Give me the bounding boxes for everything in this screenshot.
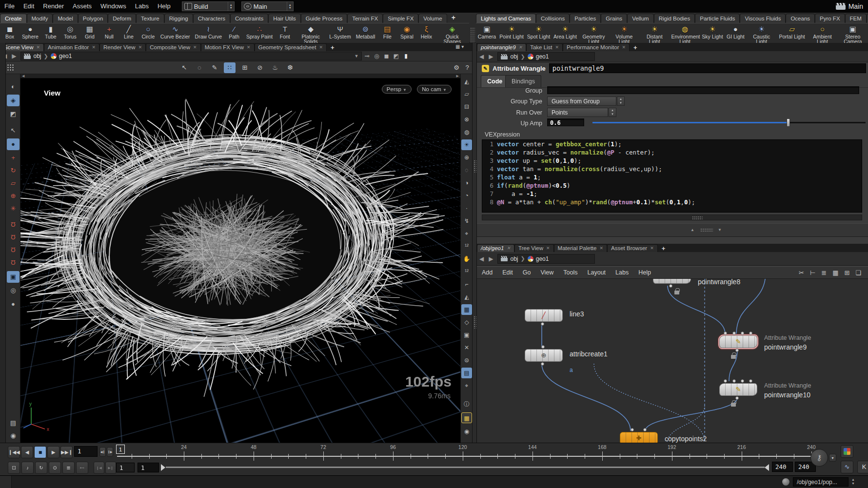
shelf-tab-vellum[interactable]: Vellum: [627, 14, 654, 23]
display-options-icon[interactable]: ⚙: [451, 62, 462, 73]
net-forward-icon[interactable]: ▶: [486, 255, 495, 262]
close-tab-icon[interactable]: ✕: [92, 45, 96, 50]
shelf-tool-draw-curve[interactable]: ≀Draw Curve: [193, 24, 224, 39]
show-handles-icon[interactable]: ∷: [224, 62, 236, 73]
params-back-icon[interactable]: ◀: [477, 53, 486, 60]
params-forward-icon[interactable]: ▶: [486, 53, 495, 60]
shade-box-icon[interactable]: ◩: [7, 108, 20, 120]
shelf-tool-l-system[interactable]: ΨL-System: [327, 24, 353, 39]
key-options-dropdown[interactable]: ▼: [829, 454, 836, 462]
context-path-field[interactable]: /obj/geo1/pop...: [793, 477, 848, 487]
range-end-field[interactable]: 240: [772, 462, 793, 472]
node-input-dot[interactable]: [749, 379, 752, 383]
shelf-tab-terrain-fx[interactable]: Terrain FX: [347, 14, 383, 23]
net-list-icon[interactable]: ≣: [818, 269, 829, 276]
no-select-icon[interactable]: ⊗: [461, 114, 472, 125]
netmenu-add[interactable]: Add: [477, 269, 497, 276]
shelf-tool-path[interactable]: ⁄Path: [224, 24, 244, 39]
code-line-4[interactable]: 4vector tan = normalize(cross(radius_vec…: [482, 165, 862, 173]
key-k-button[interactable]: K: [857, 461, 868, 473]
view-ring-icon[interactable]: ◎: [7, 285, 20, 296]
pane-tab--obj-geo1[interactable]: /obj/geo1✕: [477, 244, 514, 252]
scale-tool-icon[interactable]: ▱: [7, 177, 20, 189]
close-tab-icon[interactable]: ✕: [319, 45, 323, 50]
code-line-3[interactable]: 3vector up = set(0,1,0);: [482, 156, 862, 165]
code-line-7[interactable]: 7 a = -1;: [482, 190, 862, 198]
pane-tab-asset-browser[interactable]: Asset Browser✕: [607, 244, 658, 252]
net-layoutgrid-icon[interactable]: ⊞: [841, 269, 852, 276]
shelf-tool-sky-light[interactable]: ☀Sky Light: [700, 24, 725, 39]
render-sphere-icon[interactable]: ●: [7, 298, 20, 310]
checkered-bg-icon[interactable]: ▦: [461, 304, 472, 315]
shelf-tab-create[interactable]: Create: [0, 14, 27, 23]
radial-menu-grid-icon[interactable]: [5, 62, 17, 73]
range-start-field-2[interactable]: 1: [138, 463, 159, 472]
close-tab-icon[interactable]: ✕: [650, 246, 654, 251]
menu-assets[interactable]: Assets: [68, 0, 96, 13]
close-tab-icon[interactable]: ✕: [519, 45, 523, 50]
vex-code-editor[interactable]: 1vector center = getbbox_center(1);2vect…: [482, 139, 862, 213]
snowflake-settings-icon[interactable]: ❆: [284, 62, 296, 73]
shade-open-icon[interactable]: ◐: [7, 81, 20, 93]
pane-tab-geometry-spreadsheet[interactable]: Geometry Spreadsheet✕: [255, 43, 327, 51]
code-line-5[interactable]: 5float a = 1;: [482, 173, 862, 181]
lighting-icon[interactable]: ☀: [461, 139, 472, 150]
breadcrumb-node[interactable]: geo1: [59, 53, 72, 59]
range-slider-left-handle[interactable]: [161, 464, 165, 471]
hand-icon[interactable]: ✋: [461, 254, 472, 264]
hook-icon[interactable]: ↯: [461, 215, 472, 226]
shelf-tool-metaball[interactable]: ⊚Metaball: [354, 24, 378, 39]
netmenu-view[interactable]: View: [535, 269, 558, 276]
splitter-down-icon[interactable]: ▼: [718, 228, 722, 232]
netmenu-labs[interactable]: Labs: [611, 269, 633, 276]
build-spinner[interactable]: ▲▼: [228, 2, 234, 11]
snap-grid-icon[interactable]: Ω: [7, 218, 20, 230]
shelf-tool-file[interactable]: ▤File: [377, 24, 397, 39]
pane-splitter-row[interactable]: ▲ ▼: [477, 223, 868, 237]
prim-numbers-icon[interactable]: ¹²: [461, 266, 472, 277]
group-type-dropdown[interactable]: Guess from Group: [547, 97, 616, 106]
run-over-spinner[interactable]: ▲▼: [609, 108, 616, 117]
display-info-icon[interactable]: ◍: [461, 127, 472, 137]
scene-viewport[interactable]: ◀▶ View Persp ▼ No cam ▼ 102fps 9.76ms y…: [20, 74, 460, 443]
rotate-tool-icon[interactable]: ↻: [7, 165, 20, 176]
shelf-tab-guide-process[interactable]: Guide Process: [301, 14, 347, 23]
node-input-dot[interactable]: [741, 379, 744, 383]
clock-toggle[interactable]: ⊙: [49, 462, 61, 474]
code-hscrollbar[interactable]: [482, 215, 862, 220]
pane-edge-strip[interactable]: [0, 43, 6, 443]
help-icon[interactable]: ?: [461, 62, 473, 73]
no-entry-icon[interactable]: ⊘: [254, 62, 266, 73]
close-tab-icon[interactable]: ✕: [546, 246, 550, 251]
close-tab-icon[interactable]: ✕: [138, 45, 142, 50]
info-circle-icon[interactable]: ⓘ: [461, 399, 472, 410]
point-numbers-icon[interactable]: ¹²: [461, 241, 472, 252]
shelf-tool-environment-light[interactable]: ◍Environment Light: [670, 24, 700, 43]
shelf-tool-tube[interactable]: ▮Tube: [41, 24, 60, 39]
shelf-tool-distant-light[interactable]: ☀Distant Light: [639, 24, 670, 43]
splitter-up-icon[interactable]: ▲: [690, 228, 694, 232]
pin-pane-icon[interactable]: ⊸: [362, 53, 372, 59]
add-pane-tab[interactable]: +: [658, 245, 670, 252]
shelf-tab-fem[interactable]: FEM: [845, 14, 867, 23]
shelf-tool-caustic-light[interactable]: ☀Caustic Light: [747, 24, 777, 43]
node-input-dot[interactable]: [749, 332, 752, 335]
white-panel-icon[interactable]: ▮: [401, 53, 411, 59]
pane-tab-render-view[interactable]: Render View✕: [99, 43, 146, 51]
node-output-dot[interactable]: [735, 349, 739, 352]
range-start-field[interactable]: 1: [116, 463, 135, 472]
main-radial-combo[interactable]: Main ▲▼: [241, 1, 294, 11]
secure-selection-lock-icon[interactable]: ●: [7, 138, 20, 150]
loop-toggle[interactable]: ↻: [35, 462, 47, 474]
node-pointwrangle10[interactable]: ✎: [719, 383, 757, 396]
snap-magnet-icon[interactable]: Ω: [7, 256, 20, 268]
group-type-spinner[interactable]: ▲▼: [617, 97, 625, 106]
node-name-label[interactable]: line3: [570, 310, 584, 318]
fan-icon[interactable]: ✕: [461, 342, 472, 353]
shelf-tab-rigging[interactable]: Rigging: [164, 14, 193, 23]
shelf-tool-spiral[interactable]: ◉Spiral: [397, 24, 416, 39]
node-name-field[interactable]: pointwrangle9: [549, 63, 866, 73]
node-pointwrangle8[interactable]: ✎: [653, 279, 691, 284]
tab-code[interactable]: Code: [481, 75, 509, 87]
shelf-tab-model[interactable]: Model: [53, 14, 78, 23]
